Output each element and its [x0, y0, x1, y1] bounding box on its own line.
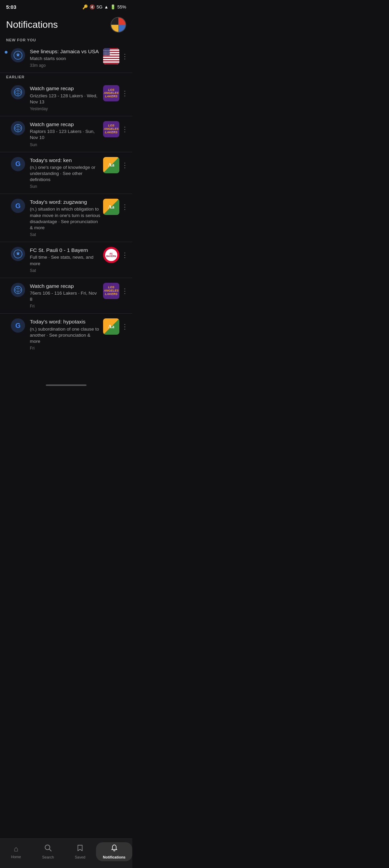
notification-item[interactable]: Watch game recap Grizzlies 123 - 128 Lak…	[0, 80, 132, 116]
more-options-button[interactable]: ⋮	[121, 89, 129, 97]
home-indicator	[46, 384, 86, 386]
notif-icon-basketball	[11, 85, 25, 99]
notif-thumbnail: Aa	[103, 157, 119, 173]
lakers-logo-text: LOS ANGELESLAKERS	[103, 88, 119, 99]
notif-time: Sun	[30, 184, 100, 189]
notif-title: Watch game recap	[30, 85, 100, 92]
mute-icon: 🔇	[90, 4, 95, 9]
lakers-logo-text: LOS ANGELESLAKERS	[103, 124, 119, 134]
notif-subtitle: Grizzlies 123 - 128 Lakers · Wed, Nov 13	[30, 93, 100, 105]
notif-right: Aa ⋮	[103, 199, 129, 215]
notif-right: FC BAYERN ⋮	[103, 247, 129, 263]
dict-text: Aa	[108, 324, 114, 330]
notif-right: Aa ⋮	[103, 157, 129, 173]
notif-title: Watch game recap	[30, 283, 100, 290]
status-time: 5:03	[6, 4, 16, 10]
section-earlier-label: EARLIER	[0, 73, 132, 80]
notif-icon-google: G	[11, 157, 25, 171]
notif-content: Today's word: ken (n.) one's range of kn…	[30, 157, 100, 189]
notif-thumbnail: LOS ANGELESLAKERS	[103, 121, 119, 137]
notif-thumbnail: LOS ANGELESLAKERS	[103, 85, 119, 101]
notif-right: ★★★★★★ ★★★★★ ★★★★★★ ★★★★★ ⋮	[103, 48, 129, 64]
more-options-button[interactable]: ⋮	[121, 161, 129, 169]
notif-content: Watch game recap 76ers 106 - 116 Lakers …	[30, 283, 100, 309]
notif-title: See lineups: Jamaica vs USA	[30, 48, 100, 55]
notif-time: Fri	[30, 346, 100, 351]
google-g-icon: G	[15, 202, 21, 210]
notif-title: Today's word: zugzwang	[30, 199, 100, 205]
svg-rect-7	[103, 57, 119, 58]
more-options-button[interactable]: ⋮	[121, 287, 129, 295]
notif-icon-soccer	[11, 48, 25, 62]
lakers-logo-text: LOS ANGELESLAKERS	[103, 286, 119, 296]
notif-subtitle: (n.) subordination of one clause to anot…	[30, 326, 100, 345]
svg-point-21	[17, 253, 19, 255]
notification-item[interactable]: See lineups: Jamaica vs USA Match starts…	[0, 43, 132, 73]
notif-thumbnail: LOS ANGELESLAKERS	[103, 283, 119, 299]
notif-icon-basketball	[11, 121, 25, 135]
notif-right: LOS ANGELESLAKERS ⋮	[103, 283, 129, 299]
notif-title: Watch game recap	[30, 121, 100, 128]
notification-item[interactable]: G Today's word: zugzwang (n.) situation …	[0, 194, 132, 242]
notif-right: LOS ANGELESLAKERS ⋮	[103, 85, 129, 101]
notif-right: Aa ⋮	[103, 318, 129, 335]
dict-text: Aa	[108, 204, 114, 210]
battery-icon: 🔋	[110, 4, 116, 9]
more-options-button[interactable]: ⋮	[121, 322, 129, 331]
more-options-button[interactable]: ⋮	[121, 251, 129, 259]
notif-subtitle: (n.) one's range of knowledge or underst…	[30, 164, 100, 183]
notif-title: Today's word: ken	[30, 157, 100, 164]
google-g-icon: G	[15, 160, 21, 168]
notifications-list: See lineups: Jamaica vs USA Match starts…	[0, 43, 132, 73]
unread-dot	[5, 51, 7, 54]
notif-icon-google: G	[11, 318, 25, 333]
notif-title: FC St. Pauli 0 - 1 Bayern	[30, 247, 100, 254]
svg-rect-9	[103, 61, 119, 63]
notif-content: Today's word: zugzwang (n.) situation in…	[30, 199, 100, 237]
notif-time: 33m ago	[30, 63, 100, 68]
bayern-logo: FC BAYERN	[103, 247, 119, 263]
notification-item[interactable]: Watch game recap Raptors 103 - 123 Laker…	[0, 116, 132, 152]
page-title: Notifications	[6, 19, 58, 30]
avatar[interactable]	[111, 17, 126, 33]
more-options-button[interactable]: ⋮	[121, 125, 129, 133]
earlier-notifications-list: Watch game recap Grizzlies 123 - 128 Lak…	[0, 80, 132, 355]
signal-icon: ▲	[104, 4, 109, 9]
notif-icon-google: G	[11, 199, 25, 213]
svg-text:★★★★★: ★★★★★	[103, 54, 110, 56]
page-header: Notifications	[0, 12, 132, 36]
notif-content: FC St. Pauli 0 - 1 Bayern Full time · Se…	[30, 247, 100, 273]
notification-item[interactable]: G Today's word: ken (n.) one's range of …	[0, 152, 132, 194]
notif-thumbnail: Aa	[103, 199, 119, 215]
key-icon: 🔑	[82, 4, 88, 9]
notif-time: Fri	[30, 304, 100, 309]
section-new-label: NEW FOR YOU	[0, 36, 132, 43]
status-icons: 🔑 🔇 5G ▲ 🔋 55%	[82, 4, 126, 9]
notif-thumbnail: Aa	[103, 318, 119, 335]
notif-subtitle: Raptors 103 - 123 Lakers · Sun, Nov 10	[30, 129, 100, 141]
dict-text: Aa	[108, 162, 114, 168]
notif-time: Yesterday	[30, 106, 100, 111]
notif-icon-basketball	[11, 283, 25, 297]
notif-icon-soccer-2	[11, 247, 25, 261]
notification-item[interactable]: FC St. Pauli 0 - 1 Bayern Full time · Se…	[0, 242, 132, 278]
notif-subtitle: 76ers 106 - 116 Lakers · Fri, Nov 8	[30, 290, 100, 302]
notif-thumbnail: ★★★★★★ ★★★★★ ★★★★★★ ★★★★★	[103, 48, 119, 64]
notification-item[interactable]: Watch game recap 76ers 106 - 116 Lakers …	[0, 278, 132, 314]
battery-label: 55%	[117, 4, 126, 9]
notif-time: Sat	[30, 268, 100, 273]
notif-content: See lineups: Jamaica vs USA Match starts…	[30, 48, 100, 68]
bayern-inner: FC BAYERN	[105, 249, 117, 261]
notification-item[interactable]: G Today's word: hypotaxis (n.) subordina…	[0, 314, 132, 355]
svg-rect-8	[103, 59, 119, 60]
notif-subtitle: (n.) situation in which obligation to ma…	[30, 206, 100, 231]
notif-content: Today's word: hypotaxis (n.) subordinati…	[30, 318, 100, 351]
more-options-button[interactable]: ⋮	[121, 52, 129, 60]
notif-subtitle: Match starts soon	[30, 56, 100, 62]
more-options-button[interactable]: ⋮	[121, 203, 129, 211]
notif-title: Today's word: hypotaxis	[30, 318, 100, 325]
notif-thumbnail: FC BAYERN	[103, 247, 119, 263]
status-bar: 5:03 🔑 🔇 5G ▲ 🔋 55%	[0, 0, 132, 12]
notif-content: Watch game recap Grizzlies 123 - 128 Lak…	[30, 85, 100, 111]
notif-subtitle: Full time · See stats, news, and more	[30, 254, 100, 267]
